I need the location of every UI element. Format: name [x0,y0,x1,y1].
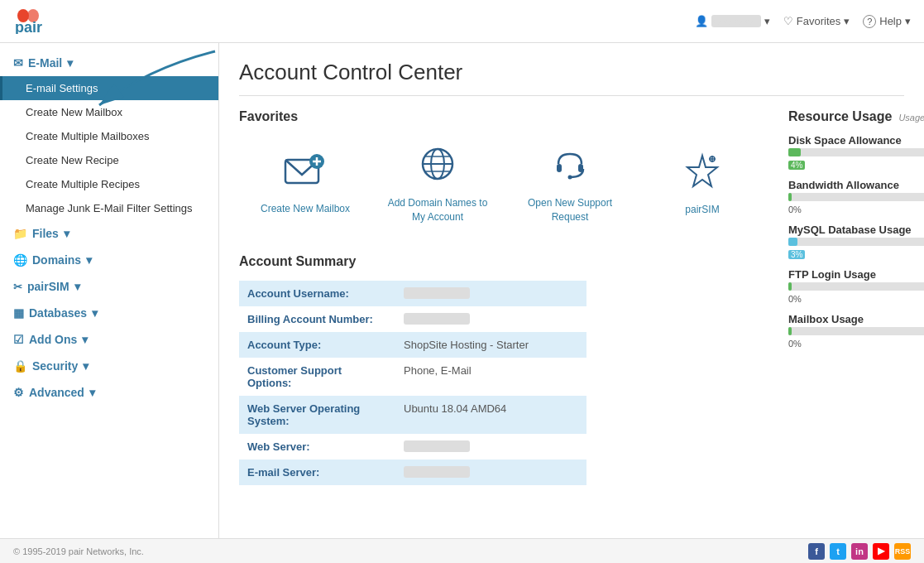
ftp-pct: 0% [788,294,802,304]
row-label: E-mail Server: [239,460,395,485]
favorites-grid: Create New Mailbox [239,136,768,234]
header-right: 👤 xxxxxxxx ▾ ♡ Favorites ▾ ? Help ▾ [695,15,911,28]
headset-icon [552,146,588,190]
layout: ✉ E-Mail ▾ E-mail Settings Create New Ma… [0,43,924,538]
row-label: Account Username: [239,281,395,306]
twitter-icon[interactable]: t [830,543,846,560]
pairsim-label: pairSIM [27,280,69,293]
resource-mailbox-header: Mailbox Usage 1 of 500 [788,313,924,325]
addons-label: Add Ons [29,333,77,346]
copyright: © 1995-2019 pair Networks, Inc. [13,546,144,556]
sidebar-section-email[interactable]: ✉ E-Mail ▾ [0,50,218,76]
heart-icon: ♡ [783,15,793,27]
resource-bandwidth: Bandwidth Allowance 4 MB of 300 GB 0% [788,179,924,215]
header: pair 👤 xxxxxxxx ▾ ♡ Favorites ▾ ? Help ▾ [0,0,924,43]
envelope-plus-icon [284,153,327,195]
ftp-progress-fill [788,282,792,291]
advanced-label: Advanced [29,386,84,399]
fav-pairsim[interactable]: pairSIM [636,136,768,234]
table-row: E-mail Server: [239,460,586,485]
facebook-icon[interactable]: f [808,543,825,560]
help-chevron: ▾ [905,15,911,27]
mysql-label: MySQL Database Usage [788,224,912,236]
fav-support[interactable]: Open New Support Request [504,136,636,234]
disk-progress-fill [788,148,801,156]
security-icon: 🔒 [13,359,27,373]
resource-disk-header: Disk Space Allowance 2462 MB of 61440 MB [788,134,924,147]
resource-header: Resource Usage Usage information updated… [788,109,924,124]
sidebar-section-pairsim[interactable]: ✂ pairSIM ▾ [0,273,218,300]
sidebar-section-addons[interactable]: ☑ Add Ons ▾ [0,326,218,353]
user-menu[interactable]: 👤 xxxxxxxx ▾ [695,15,770,27]
domains-chevron: ▾ [86,253,92,267]
sidebar-item-email-settings[interactable]: E-mail Settings [0,76,218,100]
sidebar-section-files[interactable]: 📁 Files ▾ [0,220,218,247]
sidebar-section-databases[interactable]: ▦ Databases ▾ [0,300,218,326]
table-row: Web Server Operating System: Ubuntu 18.0… [239,396,586,434]
mailbox-progress-bg [788,327,924,335]
row-value: ShopSite Hosting - Starter [395,332,586,358]
security-chevron: ▾ [83,359,89,373]
email-icon: ✉ [13,56,23,70]
email-submenu: E-mail Settings Create New Mailbox Creat… [0,76,218,220]
table-row: Account Type: ShopSite Hosting - Starter [239,332,586,358]
fav-add-domain-label: Add Domain Names to My Account [381,196,494,224]
sidebar-section-domains[interactable]: 🌐 Domains ▾ [0,247,218,273]
domains-icon: 🌐 [13,253,27,267]
resource-subtitle: Usage information updated nightly [898,113,924,123]
fav-add-domain[interactable]: Add Domain Names to My Account [371,136,504,234]
svg-text:pair: pair [15,19,42,34]
resource-usage-panel: Resource Usage Usage information updated… [768,109,924,485]
user-chevron: ▾ [764,15,770,27]
sidebar-item-create-mailbox[interactable]: Create New Mailbox [0,100,218,124]
table-row: Web Server: [239,434,586,460]
instagram-icon[interactable]: in [851,543,868,560]
files-label: Files [32,227,59,240]
help-icon: ? [863,15,876,28]
sidebar-section-advanced[interactable]: ⚙ Advanced ▾ [0,379,218,406]
favorites-title: Favorites [239,109,768,124]
favorites-menu[interactable]: ♡ Favorites ▾ [783,15,850,27]
sidebar-item-create-multiple-mailboxes[interactable]: Create Multiple Mailboxes [0,124,218,148]
youtube-icon[interactable]: ▶ [873,543,889,560]
main-content: Account Control Center Favorites [219,43,924,538]
table-row: Account Username: [239,281,586,306]
sidebar-section-security[interactable]: 🔒 Security ▾ [0,353,218,379]
ftp-label: FTP Login Usage [788,268,876,281]
sparkles-icon [684,152,721,196]
sidebar-item-create-multiple-recipes[interactable]: Create Multiple Recipes [0,172,218,196]
email-chevron: ▾ [67,56,73,70]
logo[interactable]: pair [13,9,43,34]
mysql-progress-bg [788,238,924,246]
files-chevron: ▾ [64,227,69,240]
summary-table: Account Username: Billing Account Number… [239,281,586,485]
resource-ftp: FTP Login Usage 0 of 10 0% [788,268,924,305]
mysql-progress-fill [788,238,797,246]
advanced-icon: ⚙ [13,386,24,399]
bandwidth-progress-bg [788,193,924,201]
sidebar-item-manage-junk[interactable]: Manage Junk E-Mail Filter Settings [0,196,218,220]
bandwidth-progress-fill [788,193,792,201]
fav-create-mailbox[interactable]: Create New Mailbox [239,136,371,234]
logo-icon: pair [13,9,43,34]
resource-ftp-header: FTP Login Usage 0 of 10 [788,268,924,281]
help-label: Help [879,15,902,27]
sidebar-item-create-recipe[interactable]: Create New Recipe [0,148,218,172]
databases-icon: ▦ [13,306,24,320]
rss-icon[interactable]: RSS [894,543,911,560]
account-summary: Account Username: Billing Account Number… [239,281,586,485]
resource-mysql-header: MySQL Database Usage 2 of 60 [788,224,924,236]
databases-label: Databases [29,306,87,320]
row-label: Customer Support Options: [239,358,395,396]
mysql-pct: 3% [788,250,805,259]
row-label: Billing Account Number: [239,306,395,332]
favorites-section: Favorites [239,109,768,234]
resource-mailbox: Mailbox Usage 1 of 500 0% [788,313,924,349]
help-menu[interactable]: ? Help ▾ [863,15,911,28]
disk-pct: 4% [788,161,805,170]
favorites-chevron: ▾ [844,15,850,27]
row-label: Account Type: [239,332,395,358]
bandwidth-pct: 0% [788,205,802,214]
ftp-progress-bg [788,282,924,291]
resource-mysql: MySQL Database Usage 2 of 60 3% [788,224,924,260]
